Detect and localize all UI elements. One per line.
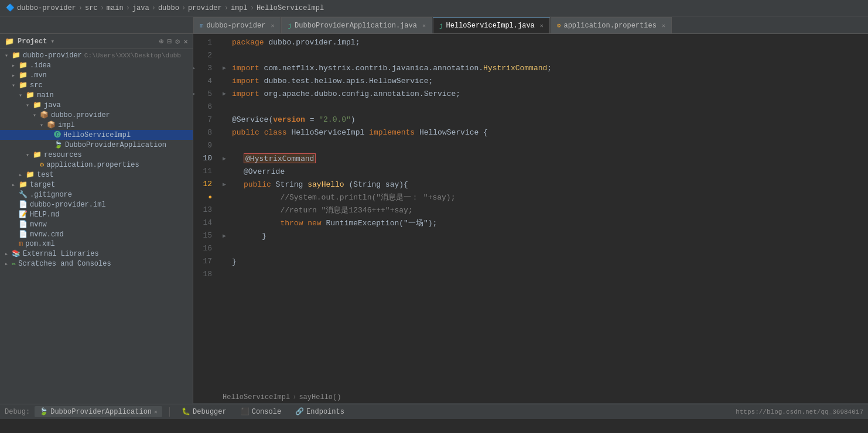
- close-sidebar-icon[interactable]: ✕: [183, 37, 188, 46]
- folder-icon: 📁: [19, 71, 28, 80]
- tree-item-label: Scratches and Consoles: [18, 260, 111, 268]
- folder-icon: 📁: [26, 91, 35, 99]
- endpoints-label: Endpoints: [306, 408, 344, 416]
- tab-close-icon[interactable]: ✕: [271, 22, 274, 29]
- tree-item-dubbo-app[interactable]: 🍃 DubboProviderApplication: [0, 140, 193, 150]
- tree-item-main[interactable]: ▾ 📁 main: [0, 90, 193, 100]
- tree-item-label: .idea: [30, 61, 51, 70]
- tab-close-icon3[interactable]: ✕: [540, 22, 544, 29]
- debug-spring-icon: 🍃: [39, 407, 48, 416]
- arrow-icon: ▸: [19, 171, 26, 178]
- code-line-3: ▶ import com.netflix.hystrix.contrib.jav…: [223, 62, 862, 75]
- breadcrumb-dubbo: dubbo: [158, 4, 179, 12]
- xml-icon: m: [19, 240, 23, 248]
- add-icon[interactable]: ⊕: [159, 37, 164, 46]
- tree-item-resources[interactable]: ▾ 📁 resources: [0, 150, 193, 160]
- debug-tab-debugger[interactable]: 🐛 Debugger: [177, 406, 231, 417]
- editor-breadcrumb-class: HelloServiceImpl: [223, 393, 290, 401]
- code-line-14: //return "消息是12346+++"+say;: [223, 204, 862, 217]
- tab-app-properties[interactable]: ⚙ application.properties ✕: [551, 17, 672, 33]
- tree-item-mvnwcmd[interactable]: 📄 mvnw.cmd: [0, 229, 193, 239]
- tree-item-pom[interactable]: m pom.xml: [0, 239, 193, 249]
- arrow-icon: ▸: [5, 260, 12, 267]
- tree-item-idea[interactable]: ▸ 📁 .idea: [0, 60, 193, 70]
- debug-app-name: DubboProviderApplication: [50, 408, 152, 416]
- tree-item-hellow-impl[interactable]: 🅒 HelloServiceImpl: [0, 130, 193, 140]
- prop-icon: ⚙: [40, 160, 44, 169]
- editor: 1 2 3 ▶ 4 5 ▶ 6 7 8 9 10 11 12 ● 13 14 1…: [193, 34, 868, 404]
- debugger-icon: 🐛: [182, 407, 190, 416]
- debug-tab-endpoints[interactable]: 🔗 Endpoints: [291, 406, 349, 417]
- tree-item-dubbo-provider[interactable]: ▾ 📦 dubbo.provider: [0, 110, 193, 120]
- project-dropdown-icon[interactable]: ▾: [50, 37, 54, 45]
- code-line-4: import dubbo.test.hellow.apis.HellowServ…: [223, 75, 862, 88]
- editor-breadcrumb: HelloServiceImpl › sayHello(): [193, 391, 868, 404]
- tab-prop-icon: ⚙: [557, 22, 561, 29]
- settings-icon[interactable]: ⚙: [175, 37, 180, 46]
- tree-item-label: resources: [44, 151, 82, 159]
- tree-item-iml[interactable]: 📄 dubbo-provider.iml: [0, 200, 193, 209]
- tree-item-label: java: [44, 101, 61, 109]
- tree-item-mvnw[interactable]: 📄 mvnw: [0, 219, 193, 229]
- tab-dubbo-provider[interactable]: m dubbo-provider ✕: [193, 17, 281, 33]
- tree-item-impl[interactable]: ▾ 📦 impl: [0, 120, 193, 130]
- tree-item-label: HelloServiceImpl: [63, 131, 131, 139]
- tree-item-app-props[interactable]: ⚙ application.properties: [0, 160, 193, 170]
- sidebar-title: Project: [18, 37, 47, 46]
- debug-tab-app[interactable]: 🍃 DubboProviderApplication ✕: [35, 406, 162, 417]
- tab-close-icon4[interactable]: ✕: [662, 22, 665, 29]
- code-line-8: public class HelloServiceImpl implements…: [223, 126, 862, 139]
- tree-item-target[interactable]: ▸ 📁 target: [0, 180, 193, 190]
- debug-bar: Debug: 🍃 DubboProviderApplication ✕ 🐛 De…: [0, 404, 868, 419]
- arrow-icon: ▸: [12, 62, 19, 69]
- tree-item-path: C:\Users\XXX\Desktop\dubb: [84, 52, 181, 59]
- debug-tab-console[interactable]: ⬛ Console: [236, 406, 286, 417]
- md-icon: 📝: [19, 210, 28, 219]
- tree-item-mvn[interactable]: ▸ 📁 .mvn: [0, 70, 193, 80]
- file-icon: 📄: [19, 220, 28, 229]
- tree-item-label: .gitignore: [30, 191, 72, 199]
- tree-item-src[interactable]: ▾ 📁 src: [0, 80, 193, 90]
- title-bar: 🔷 dubbo-provider › src › main › java › d…: [0, 0, 868, 16]
- tree-item-label: mvnw: [30, 221, 47, 229]
- package-icon: 📦: [47, 121, 56, 129]
- tree-item-scratches[interactable]: ▸ ✏️ Scratches and Consoles: [0, 259, 193, 269]
- code-line-12: ▶ public String sayHello (String say){: [223, 178, 862, 191]
- code-line-11: @Override: [223, 166, 862, 178]
- tree-item-label: target: [30, 181, 55, 189]
- tree-item-gitignore[interactable]: 🔧 .gitignore: [0, 190, 193, 200]
- tree-item-test[interactable]: ▸ 📁 test: [0, 170, 193, 180]
- spring-icon: 🍃: [54, 140, 63, 149]
- scratch-icon: ✏️: [12, 259, 16, 268]
- tree-item-ext-libs[interactable]: ▸ 📚 External Libraries: [0, 249, 193, 259]
- debug-close-icon[interactable]: ✕: [154, 408, 158, 415]
- project-icon: 📁: [5, 37, 14, 46]
- tab-dubbo-app[interactable]: j DubboProviderApplication.java ✕: [281, 17, 432, 33]
- code-line-5: ▶ import org.apache.dubbo.config.annotat…: [223, 88, 862, 101]
- arrow-icon: ▾: [40, 122, 47, 129]
- code-content: package dubbo.provider.impl; ▶ import co…: [217, 36, 868, 389]
- arrow-icon: ▸: [5, 250, 12, 257]
- breadcrumb-java: java: [132, 4, 149, 12]
- code-line-15: throw new RuntimeException("一场");: [223, 217, 862, 230]
- code-line-6: [223, 101, 862, 114]
- tab-close-icon2[interactable]: ✕: [422, 22, 426, 29]
- sidebar: 📁 Project ▾ ⊕ ⊟ ⚙ ✕ ▾ 📁 dubbo-provider C…: [0, 34, 193, 404]
- code-line-10: ▶ @HystrixCommand: [223, 152, 862, 166]
- tree-item-label: main: [37, 91, 54, 99]
- sidebar-icons: ⊕ ⊟ ⚙ ✕: [159, 37, 188, 46]
- arrow-icon: ▾: [26, 152, 33, 159]
- tree-item-label: mvnw.cmd: [30, 231, 64, 239]
- line-numbers: 1 2 3 ▶ 4 5 ▶ 6 7 8 9 10 11 12 ● 13 14 1…: [193, 36, 217, 389]
- arrow-icon: ▾: [5, 52, 12, 59]
- tree-item-root[interactable]: ▾ 📁 dubbo-provider C:\Users\XXX\Desktop\…: [0, 50, 193, 60]
- tab-hellow-impl[interactable]: j HelloServiceImpl.java ✕: [433, 17, 550, 33]
- tree-item-java[interactable]: ▾ 📁 java: [0, 100, 193, 110]
- tree-item-label: DubboProviderApplication: [65, 141, 166, 149]
- project-folder-icon: 📁: [12, 51, 20, 60]
- console-label: Console: [252, 408, 281, 416]
- console-icon: ⬛: [241, 407, 250, 416]
- layout-icon[interactable]: ⊟: [168, 37, 172, 46]
- tree-item-label: src: [30, 81, 43, 90]
- tree-item-help[interactable]: 📝 HELP.md: [0, 209, 193, 219]
